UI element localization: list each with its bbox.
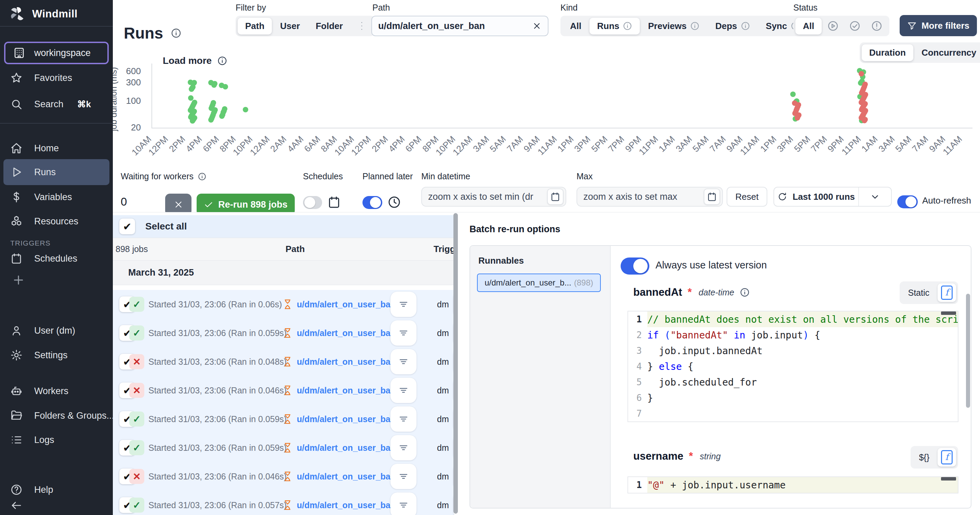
sidebar-item-variables[interactable]: Variables bbox=[0, 190, 113, 204]
sidebar-item-runs[interactable]: Runs bbox=[3, 159, 110, 185]
table-row[interactable]: ✔✓Started 31/03, 23:06 (Ran in 0.059s)u/… bbox=[113, 319, 455, 347]
run-path-link[interactable]: u/dm/alert_on_user_ban bbox=[297, 472, 396, 482]
option-deps[interactable]: Deps bbox=[708, 18, 758, 35]
filter-by-path-button[interactable] bbox=[390, 320, 417, 345]
panel-scrollbar[interactable] bbox=[966, 294, 970, 408]
table-row[interactable]: ✔✓Started 31/03, 23:06 (Ran in 0.06s)u/d… bbox=[113, 290, 455, 319]
option-duration[interactable]: Duration bbox=[862, 44, 913, 61]
run-started-text: Started 31/03, 23:06 (Ran in 0.046s) bbox=[148, 385, 286, 396]
latest-version-toggle[interactable] bbox=[620, 258, 649, 274]
sidebar-item-home[interactable]: Home bbox=[0, 141, 113, 156]
run-dot-success[interactable] bbox=[790, 92, 796, 97]
min-calendar-button[interactable] bbox=[547, 189, 563, 205]
sidebar-item-search[interactable]: Search ⌘k bbox=[0, 97, 113, 112]
code-editor-bannedAt[interactable]: 1// bannedAt does not exist on all versi… bbox=[627, 311, 958, 422]
failure-icon: ✕ bbox=[129, 469, 144, 484]
filter-by-path-button[interactable] bbox=[390, 464, 417, 489]
sidebar-item-resources[interactable]: Resources bbox=[0, 214, 113, 229]
run-path-link[interactable]: u/dm/alert_on_user_ban bbox=[297, 299, 396, 309]
sidebar-item-workers[interactable]: Workers bbox=[0, 383, 113, 399]
run-path-link[interactable]: u/dm/alert_on_user_ban bbox=[297, 328, 396, 338]
run-trigger: dm bbox=[437, 500, 449, 510]
editor-h-scrollbar[interactable] bbox=[941, 311, 956, 315]
planned-later-toggle[interactable] bbox=[363, 196, 382, 209]
check-icon bbox=[204, 200, 213, 209]
sidebar-item-favorites[interactable]: Favorites bbox=[0, 70, 113, 86]
run-dot-success[interactable] bbox=[211, 82, 217, 88]
table-row[interactable]: ✔✕Started 31/03, 23:06 (Ran in 0.048s)u/… bbox=[113, 347, 455, 376]
table-row[interactable]: ✔✓Started 31/03, 23:06 (Ran in 0.059s)u/… bbox=[113, 405, 455, 433]
run-path-link[interactable]: u/dm/alert_on_user_ban bbox=[297, 385, 396, 396]
run-dot-success[interactable] bbox=[208, 117, 214, 123]
run-path-link[interactable]: u/dm/alert_on_user_ban bbox=[297, 414, 396, 424]
gear-icon bbox=[10, 349, 22, 361]
table-row[interactable]: ✔✓Started 31/03, 23:06 (Ran in 0.059s)u/… bbox=[113, 433, 455, 462]
option-all[interactable]: All bbox=[795, 18, 822, 35]
info-icon[interactable] bbox=[171, 28, 181, 39]
max-calendar-button[interactable] bbox=[704, 189, 720, 205]
runnable-item-selected[interactable]: u/dm/alert_on_user_b... (898) bbox=[477, 274, 601, 292]
reset-button[interactable]: Reset bbox=[727, 187, 767, 207]
option-path[interactable]: Path bbox=[238, 18, 272, 35]
collapse-sidebar-button[interactable] bbox=[0, 498, 113, 513]
run-dot-success[interactable] bbox=[219, 113, 225, 119]
mode-option[interactable]: Static bbox=[902, 285, 935, 301]
run-dot-success[interactable] bbox=[223, 84, 228, 89]
play-circle-icon[interactable] bbox=[822, 18, 843, 34]
mode-option[interactable]: ${} bbox=[913, 450, 935, 465]
run-path-link[interactable]: u/dm/alert_on_user_ban bbox=[297, 443, 396, 453]
sidebar-item-user-dm[interactable]: User (dm) bbox=[0, 323, 113, 338]
run-dot-success[interactable] bbox=[243, 107, 248, 113]
runs-range-selector[interactable]: Last 1000 runs bbox=[773, 187, 892, 207]
run-path-link[interactable]: u/dm/alert_on_user_ban bbox=[297, 500, 396, 510]
filter-by-path-button[interactable] bbox=[390, 493, 417, 515]
max-datetime-input[interactable] bbox=[583, 192, 704, 202]
clear-path-icon[interactable] bbox=[532, 21, 542, 31]
editor-h-scrollbar[interactable] bbox=[941, 477, 956, 480]
filter-by-path-button[interactable] bbox=[390, 406, 417, 432]
sidebar-item-folders-groups[interactable]: Folders & Groups... bbox=[0, 408, 113, 423]
min-datetime-input[interactable] bbox=[428, 192, 547, 202]
add-trigger-button[interactable] bbox=[12, 273, 25, 287]
alert-circle-icon[interactable] bbox=[866, 18, 887, 34]
table-row[interactable]: ✔✕Started 31/03, 23:06 (Ran in 0.046s)u/… bbox=[113, 462, 455, 491]
code-editor-username[interactable]: 1"@" + job.input.username bbox=[627, 476, 958, 493]
javascript-mode-button[interactable]: f bbox=[938, 284, 956, 302]
range-dropdown-button[interactable] bbox=[858, 187, 891, 206]
sidebar-item-schedules[interactable]: Schedules bbox=[0, 251, 113, 266]
option-user[interactable]: User bbox=[272, 18, 307, 35]
option-runs[interactable]: Runs bbox=[590, 18, 640, 35]
clock-icon bbox=[387, 195, 401, 209]
info-icon bbox=[198, 172, 207, 181]
option-folder[interactable]: Folder bbox=[308, 18, 350, 35]
run-dot-success[interactable] bbox=[190, 118, 195, 124]
run-dot-success[interactable] bbox=[189, 86, 194, 92]
run-dot-failure[interactable] bbox=[862, 118, 867, 123]
table-row[interactable]: ✔✕Started 31/03, 23:06 (Ran in 0.046s)u/… bbox=[113, 376, 455, 405]
sidebar-item-settings[interactable]: Settings bbox=[0, 348, 113, 363]
select-all-checkbox[interactable]: ✔ bbox=[119, 219, 135, 234]
schedules-toggle[interactable] bbox=[303, 196, 322, 209]
filter-by-path-button[interactable] bbox=[390, 378, 417, 403]
auto-refresh-toggle[interactable] bbox=[897, 195, 918, 208]
filter-by-path-button[interactable] bbox=[390, 435, 417, 460]
option-previews[interactable]: Previews bbox=[640, 18, 707, 35]
workspace-selector[interactable]: workingspace bbox=[4, 42, 109, 64]
more-filters-button[interactable]: More filters bbox=[900, 15, 977, 36]
filter-by-path-button[interactable] bbox=[390, 349, 417, 374]
filter-by-path-button[interactable] bbox=[390, 292, 417, 317]
javascript-mode-button[interactable]: f bbox=[938, 448, 956, 466]
table-row[interactable]: ✔✓Started 31/03, 23:06 (Ran in 0.057s)u/… bbox=[113, 491, 455, 515]
check-circle-icon[interactable] bbox=[844, 18, 865, 34]
run-path-link[interactable]: u/dm/alert_on_user_ban bbox=[297, 357, 396, 367]
run-dot-failure[interactable] bbox=[795, 115, 800, 120]
option-all[interactable]: All bbox=[563, 18, 589, 35]
sidebar-item-logs[interactable]: Logs bbox=[0, 433, 113, 447]
path-filter-input[interactable] bbox=[378, 21, 532, 32]
option-concurrency[interactable]: Concurrency bbox=[914, 44, 980, 61]
sidebar-item-help[interactable]: Help bbox=[0, 482, 113, 497]
dots-vertical-icon[interactable] bbox=[351, 18, 372, 34]
load-more-button[interactable]: Load more bbox=[163, 55, 228, 66]
table-scrollbar[interactable] bbox=[453, 213, 458, 513]
run-dot-failure[interactable] bbox=[859, 71, 864, 76]
